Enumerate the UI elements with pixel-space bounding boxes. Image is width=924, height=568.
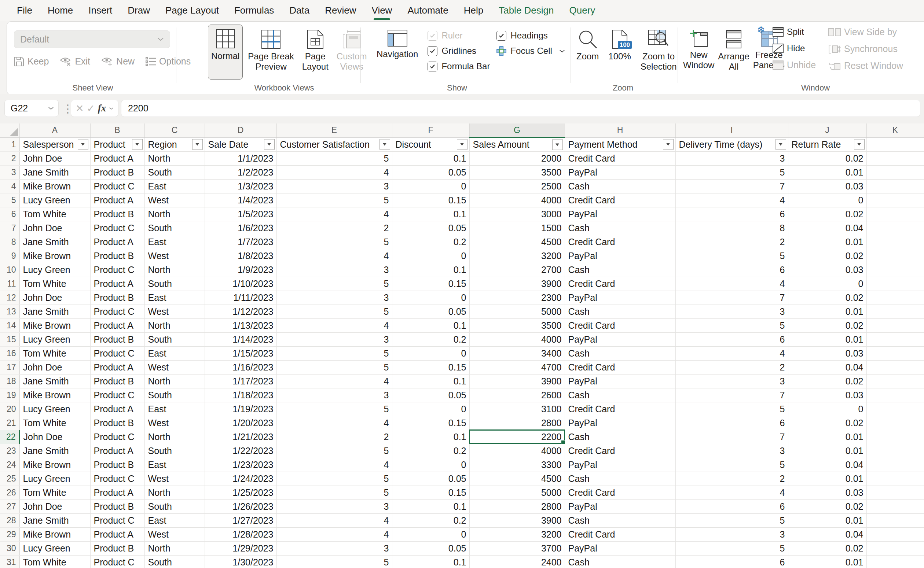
- cell-B27[interactable]: Product B: [90, 500, 144, 514]
- cell-D15[interactable]: 1/14/2023: [204, 332, 277, 346]
- tab-file[interactable]: File: [17, 5, 32, 16]
- zoom-button[interactable]: Zoom: [573, 24, 602, 62]
- cell-B12[interactable]: Product B: [90, 291, 144, 305]
- cell-H4[interactable]: Cash: [565, 179, 675, 193]
- cell-F1[interactable]: Discount: [392, 137, 469, 151]
- filter-button[interactable]: [192, 139, 203, 150]
- formula-input[interactable]: 2200: [121, 100, 920, 117]
- cell-G8[interactable]: 4500: [469, 235, 565, 249]
- cell-I9[interactable]: 5: [675, 249, 788, 263]
- row-header-19[interactable]: 19: [0, 388, 20, 402]
- cell-G18[interactable]: 3900: [469, 374, 565, 388]
- cell-F11[interactable]: 0.15: [392, 276, 469, 291]
- ruler-checkbox[interactable]: Ruler: [428, 30, 490, 41]
- column-header-D[interactable]: D: [204, 124, 277, 137]
- cell-C10[interactable]: North: [144, 263, 204, 276]
- cell-G14[interactable]: 3500: [469, 319, 565, 332]
- cell-C20[interactable]: East: [144, 402, 204, 416]
- row-header-13[interactable]: 13: [0, 305, 20, 319]
- cell-E23[interactable]: 5: [277, 444, 392, 458]
- cell-K9[interactable]: [867, 249, 924, 263]
- cell-E19[interactable]: 3: [277, 388, 392, 402]
- cell-E28[interactable]: 4: [277, 514, 392, 527]
- cell-J19[interactable]: 0.03: [788, 388, 867, 402]
- cell-C2[interactable]: North: [144, 151, 204, 165]
- cell-A20[interactable]: Lucy Green: [20, 402, 90, 416]
- cell-G25[interactable]: 4500: [469, 471, 565, 486]
- row-header-9[interactable]: 9: [0, 249, 20, 263]
- cell-D31[interactable]: 1/30/2023: [204, 555, 277, 568]
- row-header-8[interactable]: 8: [0, 235, 20, 249]
- cell-I1[interactable]: Delivery Time (days): [675, 137, 788, 151]
- cell-A12[interactable]: John Doe: [20, 291, 90, 305]
- column-header-A[interactable]: A: [20, 124, 90, 137]
- cell-K16[interactable]: [867, 346, 924, 360]
- tab-query[interactable]: Query: [569, 5, 596, 16]
- cell-J22[interactable]: 0.01: [788, 430, 867, 444]
- cell-K28[interactable]: [867, 514, 924, 527]
- split-button[interactable]: Split: [773, 27, 816, 37]
- select-all-corner[interactable]: [0, 124, 20, 137]
- row-header-11[interactable]: 11: [0, 276, 20, 291]
- row-header-20[interactable]: 20: [0, 402, 20, 416]
- cell-D17[interactable]: 1/16/2023: [204, 360, 277, 374]
- cell-C19[interactable]: South: [144, 388, 204, 402]
- cell-F30[interactable]: 0.05: [392, 541, 469, 555]
- cell-I12[interactable]: 7: [675, 291, 788, 305]
- cell-B15[interactable]: Product B: [90, 332, 144, 346]
- cell-F9[interactable]: 0: [392, 249, 469, 263]
- cell-D25[interactable]: 1/24/2023: [204, 471, 277, 486]
- cell-H31[interactable]: Cash: [565, 555, 675, 568]
- cell-I26[interactable]: 4: [675, 486, 788, 500]
- tab-review[interactable]: Review: [325, 5, 356, 16]
- cell-B17[interactable]: Product A: [90, 360, 144, 374]
- cell-F31[interactable]: 0.1: [392, 555, 469, 568]
- cell-E2[interactable]: 5: [277, 151, 392, 165]
- synchronous-scrolling-button[interactable]: Synchronous: [828, 44, 903, 54]
- cell-K13[interactable]: [867, 305, 924, 319]
- cell-B13[interactable]: Product C: [90, 305, 144, 319]
- cell-I16[interactable]: 4: [675, 346, 788, 360]
- cell-E17[interactable]: 5: [277, 360, 392, 374]
- zoom-to-selection-button[interactable]: Zoom to Selection: [638, 24, 680, 72]
- cell-A25[interactable]: Lucy Green: [20, 471, 90, 486]
- row-header-7[interactable]: 7: [0, 221, 20, 235]
- tab-formulas[interactable]: Formulas: [234, 5, 274, 16]
- cell-E18[interactable]: 4: [277, 374, 392, 388]
- row-header-23[interactable]: 23: [0, 444, 20, 458]
- cell-E31[interactable]: 5: [277, 555, 392, 568]
- cell-I23[interactable]: 3: [675, 444, 788, 458]
- cell-D1[interactable]: Sale Date: [204, 137, 277, 151]
- row-header-28[interactable]: 28: [0, 514, 20, 527]
- cell-B25[interactable]: Product C: [90, 471, 144, 486]
- cell-K1[interactable]: [867, 137, 924, 151]
- row-header-2[interactable]: 2: [0, 151, 20, 165]
- cell-H9[interactable]: PayPal: [565, 249, 675, 263]
- cell-F2[interactable]: 0.1: [392, 151, 469, 165]
- cell-H1[interactable]: Payment Method: [565, 137, 675, 151]
- cell-D13[interactable]: 1/12/2023: [204, 305, 277, 319]
- cell-H3[interactable]: PayPal: [565, 165, 675, 179]
- page-break-preview-button[interactable]: Page Break Preview: [245, 24, 296, 72]
- cell-F27[interactable]: 0.1: [392, 500, 469, 514]
- cell-D30[interactable]: 1/29/2023: [204, 541, 277, 555]
- cell-D8[interactable]: 1/7/2023: [204, 235, 277, 249]
- sheet-view-dropdown[interactable]: Default: [14, 30, 170, 48]
- cell-G17[interactable]: 4700: [469, 360, 565, 374]
- cell-I24[interactable]: 5: [675, 458, 788, 471]
- column-header-I[interactable]: I: [675, 124, 788, 137]
- cell-H7[interactable]: Cash: [565, 221, 675, 235]
- cell-B31[interactable]: Product C: [90, 555, 144, 568]
- cell-D26[interactable]: 1/25/2023: [204, 486, 277, 500]
- cell-F14[interactable]: 0.1: [392, 319, 469, 332]
- cell-C31[interactable]: South: [144, 555, 204, 568]
- column-header-K[interactable]: K: [867, 124, 924, 137]
- filter-button[interactable]: [552, 139, 563, 150]
- row-header-25[interactable]: 25: [0, 471, 20, 486]
- cell-F29[interactable]: 0: [392, 527, 469, 541]
- cell-H5[interactable]: Credit Card: [565, 193, 675, 207]
- reset-window-position-button[interactable]: Reset Window: [828, 60, 903, 71]
- cell-J29[interactable]: 0.04: [788, 527, 867, 541]
- gridlines-checkbox[interactable]: Gridlines: [428, 46, 490, 56]
- cell-E25[interactable]: 5: [277, 471, 392, 486]
